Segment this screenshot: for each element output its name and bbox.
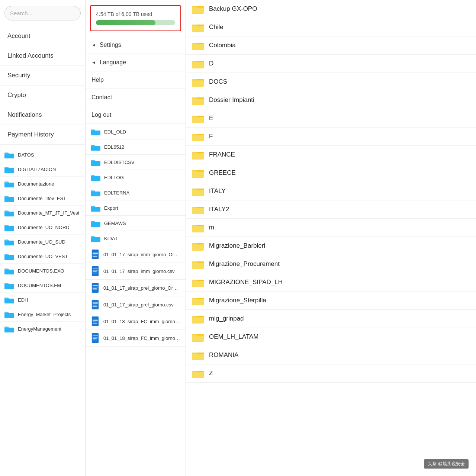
list-item[interactable]: GREECE xyxy=(186,164,476,182)
sidebar-item-security[interactable]: Security xyxy=(0,66,85,86)
sidebar-item-account[interactable]: Account xyxy=(0,26,85,46)
folder-yellow-icon xyxy=(192,40,204,51)
list-item[interactable]: 01_01_18_sirap_FC_imm_giorno_EGP_Orario.… xyxy=(86,313,186,330)
folder-icon xyxy=(4,151,14,159)
menu-item-settings[interactable]: ◄Settings xyxy=(86,36,186,54)
list-item[interactable]: Dossier Impianti xyxy=(186,91,476,109)
sidebar-item-payment-history[interactable]: Payment History xyxy=(0,125,85,145)
folder-icon xyxy=(91,219,100,227)
list-item[interactable]: Export xyxy=(86,200,186,216)
folder-icon xyxy=(91,189,100,197)
chevron-left-icon: ◄ xyxy=(91,60,96,65)
list-item[interactable]: 01_01_18_sirap_FC_imm_giorno_EGP.csv xyxy=(86,330,186,347)
list-item[interactable]: DOCUMENTOS.EXO xyxy=(0,264,85,278)
list-item[interactable]: EDH xyxy=(0,293,85,307)
list-item[interactable]: Documente_UO_VEST xyxy=(0,249,85,264)
menu-item-contact[interactable]: Contact xyxy=(86,89,186,106)
list-item[interactable]: D xyxy=(186,55,476,73)
list-item[interactable]: EDL6512 xyxy=(86,139,186,155)
folder-yellow-icon xyxy=(192,186,204,196)
list-item[interactable]: Energy_Market_Projects xyxy=(0,307,85,322)
list-item[interactable]: Migrazione_Sterpilla xyxy=(186,292,476,310)
list-item[interactable]: F xyxy=(186,128,476,146)
list-item[interactable]: FRANCE xyxy=(186,146,476,164)
storage-text: 4.54 TB of 6,00 TB used xyxy=(96,11,175,17)
folder-name: DATOS xyxy=(18,152,34,158)
menu-item-help[interactable]: Help xyxy=(86,71,186,89)
folder-name: Documente_UO_VEST xyxy=(18,254,68,259)
storage-progress-fill xyxy=(96,20,155,25)
folder-name: ITALY2 xyxy=(209,206,229,213)
search-input[interactable]: Search... xyxy=(4,6,81,20)
folder-yellow-icon xyxy=(192,113,204,123)
svg-rect-26 xyxy=(93,335,98,336)
list-item[interactable]: ITALY2 xyxy=(186,200,476,219)
list-item[interactable]: Documente_Ilfov_EST xyxy=(0,191,85,206)
list-item[interactable]: EnergyManagement xyxy=(0,322,85,336)
svg-rect-9 xyxy=(93,273,97,274)
svg-rect-8 xyxy=(93,271,97,272)
list-item[interactable]: DOCS xyxy=(186,73,476,91)
folder-name: ITALY xyxy=(209,187,226,195)
list-item[interactable]: Documente_UO_SUD xyxy=(0,235,85,249)
sidebar-item-crypto[interactable]: Crypto xyxy=(0,86,85,105)
list-item[interactable]: Migrazione_Barbieri xyxy=(186,237,476,255)
folder-yellow-icon xyxy=(192,295,204,306)
list-item[interactable]: mig_grinpad xyxy=(186,310,476,328)
file-icon xyxy=(91,250,100,259)
folder-name: EDLLOG xyxy=(104,175,124,180)
menu-item-language[interactable]: ◄Language xyxy=(86,54,186,71)
menu-item-log-out[interactable]: Log out xyxy=(86,106,186,124)
folder-name: D xyxy=(209,60,213,67)
list-item[interactable]: MIGRAZIONE_SIPAD_LH xyxy=(186,273,476,292)
svg-rect-23 xyxy=(93,322,97,322)
list-item[interactable]: DOCUMENTOS.FM xyxy=(0,278,85,293)
list-item[interactable]: Documente_MT_JT_IF_Vest xyxy=(0,206,85,220)
svg-rect-16 xyxy=(93,302,98,303)
list-item[interactable]: Colombia xyxy=(186,36,476,55)
list-item[interactable]: ITALY xyxy=(186,182,476,200)
list-item[interactable]: Documentazione xyxy=(0,177,85,191)
list-item[interactable]: DATOS xyxy=(0,148,85,162)
folder-icon xyxy=(4,252,14,260)
list-item[interactable]: 01_01_17_sirap_imm_giorno_Orario.csv xyxy=(86,246,186,263)
list-item[interactable]: Migrazione_Procurement xyxy=(186,255,476,273)
list-item[interactable]: ROMANIA xyxy=(186,346,476,364)
svg-rect-0 xyxy=(92,250,99,259)
folder-yellow-icon xyxy=(192,259,204,269)
folder-yellow-icon xyxy=(192,131,204,142)
list-item[interactable]: KiDAT xyxy=(86,231,186,246)
folder-icon xyxy=(4,296,14,304)
sidebar-item-notifications[interactable]: Notifications xyxy=(0,105,85,125)
list-item[interactable]: 01_01_17_sirap_prel_giorno.csv xyxy=(86,296,186,313)
list-item[interactable]: EDLDISTCSV xyxy=(86,155,186,170)
folder-yellow-icon xyxy=(192,58,204,69)
svg-rect-7 xyxy=(93,270,98,271)
sidebar: Search... AccountLinked AccountsSecurity… xyxy=(0,0,86,476)
svg-rect-13 xyxy=(93,288,97,289)
list-item[interactable]: EDLLOG xyxy=(86,170,186,185)
folder-name: MIGRAZIONE_SIPAD_LH xyxy=(209,279,283,286)
list-item[interactable]: 01_01_17_sirap_prel_giorno_Orario.csv xyxy=(86,280,186,296)
list-item[interactable]: Z xyxy=(186,364,476,383)
sidebar-item-linked-accounts[interactable]: Linked Accounts xyxy=(0,46,85,66)
folder-name: DOCUMENTOS.FM xyxy=(18,283,61,288)
folder-name: GREECE xyxy=(209,169,236,177)
list-item[interactable]: Documente_UO_NORD xyxy=(0,220,85,235)
list-item[interactable]: 01_01_17_sirap_imm_giorno.csv xyxy=(86,263,186,280)
storage-box: 4.54 TB of 6,00 TB used xyxy=(90,5,181,31)
menu-item-label: Log out xyxy=(91,112,111,118)
list-item[interactable]: GEMAWS xyxy=(86,216,186,231)
svg-rect-25 xyxy=(92,333,99,343)
svg-rect-4 xyxy=(93,256,97,257)
svg-rect-28 xyxy=(93,338,97,339)
list-item[interactable]: Chile xyxy=(186,18,476,36)
list-item[interactable]: EDLTERNA xyxy=(86,185,186,200)
list-item[interactable]: EDL_OLD xyxy=(86,124,186,139)
list-item[interactable]: OEM_LH_LATAM xyxy=(186,328,476,346)
list-item[interactable]: Backup GX-OPO xyxy=(186,0,476,18)
list-item[interactable]: DIGITALIZACION xyxy=(0,162,85,177)
folder-yellow-icon xyxy=(192,77,204,87)
list-item[interactable]: m xyxy=(186,219,476,237)
list-item[interactable]: E xyxy=(186,109,476,128)
